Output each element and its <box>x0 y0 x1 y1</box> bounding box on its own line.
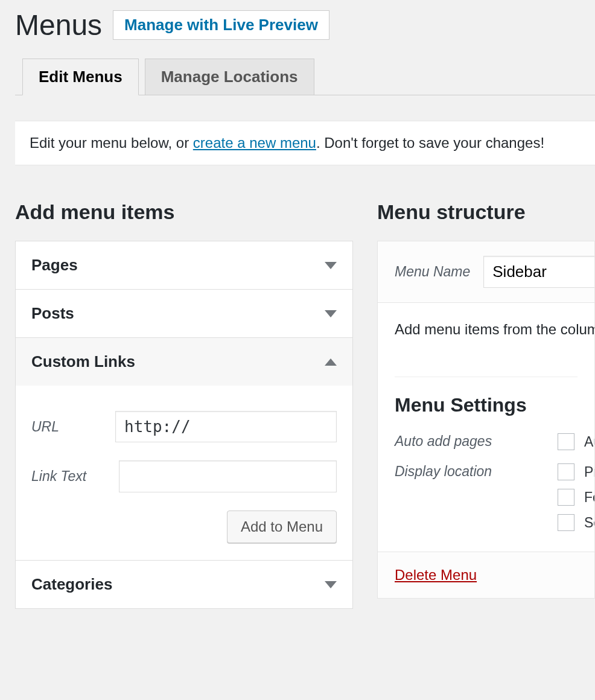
chevron-down-icon <box>325 262 337 269</box>
location-checkbox-2[interactable] <box>558 514 574 531</box>
page-title: Menus <box>15 8 102 42</box>
accordion-categories-label: Categories <box>31 575 112 594</box>
location-option-0: Primary Menu <box>584 464 594 480</box>
custom-links-panel: URL Link Text Add to Menu <box>16 386 352 560</box>
menu-name-input[interactable] <box>483 256 594 288</box>
accordion-categories[interactable]: Categories <box>16 561 352 608</box>
url-label: URL <box>31 419 115 435</box>
menu-structure-heading: Menu structure <box>377 200 595 224</box>
link-text-input[interactable] <box>119 460 337 492</box>
menu-edit-panel: Menu Name Add menu items from the column… <box>377 241 595 599</box>
add-to-menu-button[interactable]: Add to Menu <box>227 511 337 543</box>
menu-structure-body: Add menu items from the column on the le… <box>378 303 594 344</box>
accordion-pages[interactable]: Pages <box>16 241 352 289</box>
instructions-suffix: . Don't forget to save your changes! <box>316 135 544 151</box>
menu-name-label: Menu Name <box>395 264 470 280</box>
create-new-menu-link[interactable]: create a new menu <box>193 135 316 151</box>
instructions-prefix: Edit your menu below, or <box>30 135 193 151</box>
accordion-custom-links-label: Custom Links <box>31 352 135 371</box>
link-text-label: Link Text <box>31 468 119 485</box>
add-menu-items-heading: Add menu items <box>15 200 353 224</box>
delete-menu-link[interactable]: Delete Menu <box>395 567 477 583</box>
auto-add-option-label: Automatically add new top-level pages to… <box>584 434 594 450</box>
auto-add-checkbox[interactable] <box>558 433 574 450</box>
tab-manage-locations[interactable]: Manage Locations <box>145 59 314 95</box>
manage-live-preview-button[interactable]: Manage with Live Preview <box>113 10 329 40</box>
tab-edit-menus[interactable]: Edit Menus <box>22 59 139 95</box>
auto-add-pages-label: Auto add pages <box>395 433 533 450</box>
chevron-down-icon <box>325 581 337 588</box>
accordion-custom-links[interactable]: Custom Links <box>16 338 352 386</box>
location-checkbox-0[interactable] <box>558 463 574 480</box>
url-input[interactable] <box>115 411 337 442</box>
location-option-2: Social Links Menu <box>584 515 594 531</box>
menu-instructions: Edit your menu below, or create a new me… <box>15 121 595 165</box>
display-location-label: Display location <box>395 463 533 480</box>
add-menu-accordion: Pages Posts Custom Links <box>15 241 353 609</box>
nav-tabs: Edit Menus Manage Locations <box>15 59 595 95</box>
menu-settings-heading: Menu Settings <box>395 394 578 416</box>
chevron-up-icon <box>325 358 337 366</box>
location-option-1: Footer Menu <box>584 489 594 506</box>
accordion-posts[interactable]: Posts <box>16 290 352 337</box>
location-checkbox-1[interactable] <box>558 489 574 506</box>
chevron-down-icon <box>325 310 337 317</box>
accordion-pages-label: Pages <box>31 256 78 275</box>
accordion-posts-label: Posts <box>31 304 74 323</box>
